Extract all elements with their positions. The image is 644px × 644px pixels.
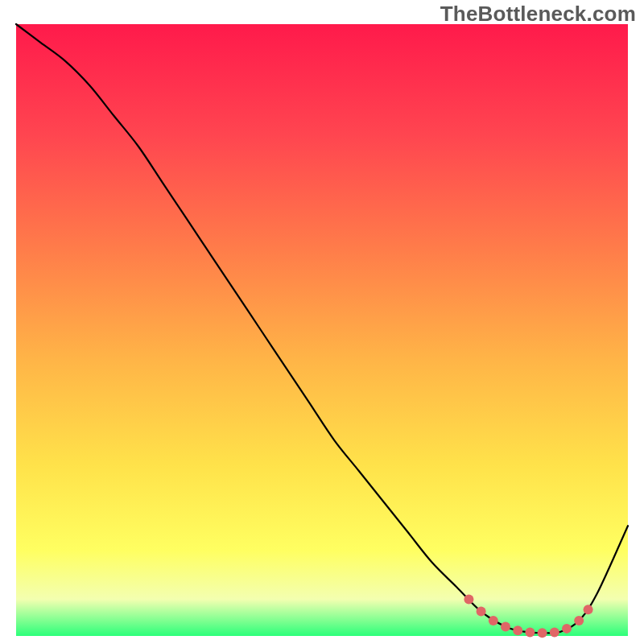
bottleneck-plot	[0, 0, 644, 644]
sweet-spot-point	[464, 594, 473, 604]
sweet-spot-point	[574, 616, 584, 625]
sweet-spot-point	[525, 627, 535, 637]
sweet-spot-point	[584, 605, 593, 614]
sweet-spot-point	[477, 607, 486, 617]
sweet-spot-point	[550, 627, 559, 637]
sweet-spot-point	[489, 616, 498, 625]
gradient-background	[16, 24, 628, 636]
chart-stage: TheBottleneck.com	[0, 0, 644, 644]
sweet-spot-point	[562, 624, 572, 634]
watermark-text: TheBottleneck.com	[440, 2, 636, 27]
sweet-spot-point	[538, 628, 547, 638]
sweet-spot-point	[501, 622, 510, 632]
sweet-spot-point	[513, 625, 522, 635]
